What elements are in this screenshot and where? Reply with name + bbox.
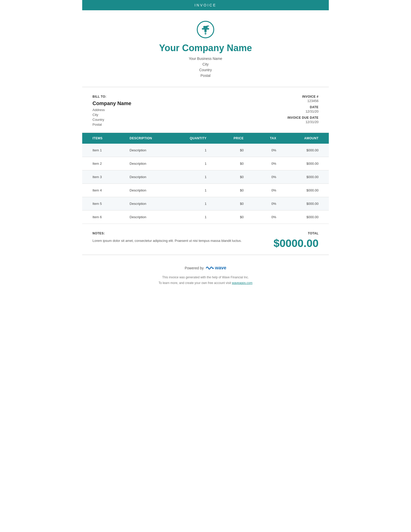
cell-tax: 0%	[254, 184, 287, 197]
company-logo-icon	[197, 21, 214, 39]
cell-description: Description	[119, 210, 172, 224]
cell-price: $0	[217, 184, 254, 197]
cell-quantity: 1	[172, 157, 217, 170]
cell-quantity: 1	[172, 144, 217, 157]
company-city: City	[87, 62, 324, 66]
notes-total-section: NOTES: Lorem ipsum dolor sit amet, conse…	[82, 224, 329, 255]
cell-amount: $000.00	[286, 170, 329, 184]
bill-to-label: BILL TO:	[92, 95, 267, 98]
cell-tax: 0%	[254, 170, 287, 184]
notes-label: NOTES:	[92, 232, 257, 235]
cell-description: Description	[119, 144, 172, 157]
invoice-header-bar: INVOICE	[82, 0, 329, 10]
footer-text-1: This invoice was generated with the help…	[87, 275, 324, 280]
cell-quantity: 1	[172, 170, 217, 184]
company-postal: Postal	[87, 74, 324, 78]
cell-item-name: Item 2	[82, 157, 119, 170]
cell-price: $0	[217, 210, 254, 224]
billing-section: BILL TO: Company Name Address City Count…	[82, 87, 329, 133]
cell-item-name: Item 1	[82, 144, 119, 157]
cell-price: $0	[217, 170, 254, 184]
table-row: Item 1 Description 1 $0 0% $000.00	[82, 144, 329, 157]
items-table: ITEMS DESCRIPTION QUANTITY PRICE TAX AMO…	[82, 133, 329, 224]
cell-quantity: 1	[172, 210, 217, 224]
bill-country: Country	[92, 118, 267, 122]
wave-logo: wave	[206, 265, 226, 271]
notes-column: NOTES: Lorem ipsum dolor sit amet, conse…	[92, 232, 267, 244]
table-header-row: ITEMS DESCRIPTION QUANTITY PRICE TAX AMO…	[82, 133, 329, 144]
svg-rect-4	[207, 26, 209, 27]
table-row: Item 5 Description 1 $0 0% $000.00	[82, 197, 329, 210]
cell-tax: 0%	[254, 197, 287, 210]
bill-city: City	[92, 113, 267, 117]
table-row: Item 2 Description 1 $0 0% $000.00	[82, 157, 329, 170]
notes-text: Lorem ipsum dolor sit amet, consectetur …	[92, 238, 257, 244]
invoice-due-date-label: INVOICE DUE DATE	[267, 116, 319, 120]
bill-company-name: Company Name	[92, 100, 267, 106]
cell-description: Description	[119, 157, 172, 170]
invoice-info-column: INVOICE # 123456 DATE 12/31/20 INVOICE D…	[267, 95, 319, 127]
invoice-due-date-value: 12/31/20	[267, 120, 319, 124]
company-name: Your Company Name	[87, 43, 324, 53]
cell-amount: $000.00	[286, 210, 329, 224]
total-column: TOTAL $0000.00	[267, 232, 319, 250]
cell-tax: 0%	[254, 210, 287, 224]
wave-brand-text: wave	[215, 265, 226, 271]
company-business-name: Your Business Name	[87, 57, 324, 61]
cell-price: $0	[217, 197, 254, 210]
cell-tax: 0%	[254, 157, 287, 170]
col-header-description: DESCRIPTION	[119, 133, 172, 144]
cell-item-name: Item 5	[82, 197, 119, 210]
powered-by: Powered by wave	[87, 265, 324, 271]
cell-quantity: 1	[172, 197, 217, 210]
cell-item-name: Item 6	[82, 210, 119, 224]
cell-item-name: Item 3	[82, 170, 119, 184]
footer-waveapps-link[interactable]: waveapps.com	[232, 281, 253, 285]
footer-text-2: To learn more, and create your own free …	[87, 280, 324, 286]
col-header-quantity: QUANTITY	[172, 133, 217, 144]
footer-section: Powered by wave This invoice was generat…	[82, 255, 329, 293]
invoice-number-value: 123456	[267, 99, 319, 103]
col-header-items: ITEMS	[82, 133, 119, 144]
total-amount: $0000.00	[267, 237, 319, 250]
company-country: Country	[87, 68, 324, 72]
invoice-number-label: INVOICE #	[267, 95, 319, 98]
col-header-amount: AMOUNT	[286, 133, 329, 144]
invoice-date-label: DATE	[267, 105, 319, 109]
company-section: Your Company Name Your Business Name Cit…	[82, 10, 329, 87]
svg-rect-3	[204, 30, 207, 32]
cell-item-name: Item 4	[82, 184, 119, 197]
powered-by-text: Powered by	[185, 266, 204, 270]
col-header-tax: TAX	[254, 133, 287, 144]
cell-description: Description	[119, 170, 172, 184]
bill-to-column: BILL TO: Company Name Address City Count…	[92, 95, 267, 127]
cell-description: Description	[119, 184, 172, 197]
bill-postal: Postal	[92, 123, 267, 126]
cell-quantity: 1	[172, 184, 217, 197]
bill-address: Address	[92, 108, 267, 112]
cell-description: Description	[119, 197, 172, 210]
cell-amount: $000.00	[286, 144, 329, 157]
table-row: Item 3 Description 1 $0 0% $000.00	[82, 170, 329, 184]
cell-price: $0	[217, 157, 254, 170]
cell-amount: $000.00	[286, 184, 329, 197]
cell-tax: 0%	[254, 144, 287, 157]
invoice-date-value: 12/31/20	[267, 109, 319, 113]
total-label: TOTAL	[267, 232, 319, 235]
table-row: Item 4 Description 1 $0 0% $000.00	[82, 184, 329, 197]
table-row: Item 6 Description 1 $0 0% $000.00	[82, 210, 329, 224]
cell-amount: $000.00	[286, 157, 329, 170]
svg-rect-2	[202, 28, 209, 30]
cell-price: $0	[217, 144, 254, 157]
svg-point-5	[205, 32, 207, 35]
cell-amount: $000.00	[286, 197, 329, 210]
invoice-title: INVOICE	[194, 3, 217, 7]
col-header-price: PRICE	[217, 133, 254, 144]
